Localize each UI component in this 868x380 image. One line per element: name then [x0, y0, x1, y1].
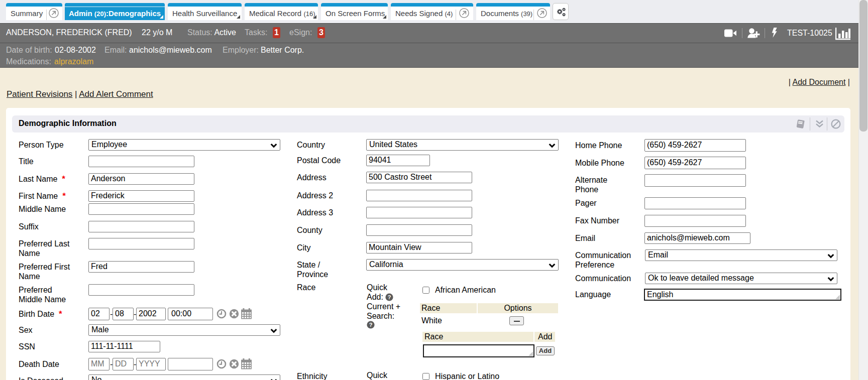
svg-text:?: ?: [369, 322, 373, 328]
svg-text:?: ?: [388, 294, 391, 300]
